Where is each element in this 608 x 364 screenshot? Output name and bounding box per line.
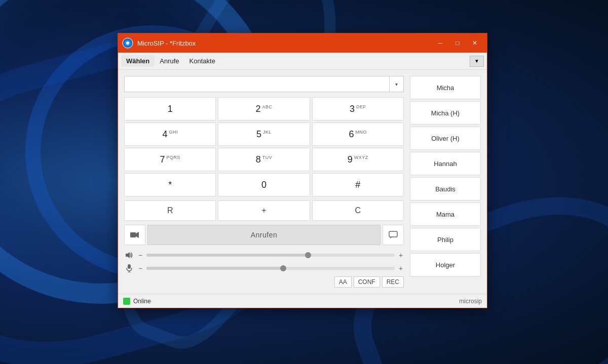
key-3[interactable]: 3DEF xyxy=(312,97,404,120)
chat-icon xyxy=(389,231,398,239)
volume-slider-fill xyxy=(146,254,308,257)
number-input[interactable] xyxy=(124,76,390,92)
mic-slider-thumb xyxy=(280,265,286,271)
key-main: 3 xyxy=(350,104,355,114)
tab-anrufe[interactable]: Anrufe xyxy=(155,55,184,67)
close-button[interactable]: ✕ xyxy=(467,36,483,50)
key-main: 1 xyxy=(168,104,173,114)
menubar: Wählen Anrufe Kontakte ▼ xyxy=(118,53,487,70)
titlebar: MicroSIP - *Fritzbox ─ □ ✕ xyxy=(118,33,487,53)
key-sub: DEF xyxy=(356,104,366,109)
svg-marker-7 xyxy=(126,252,130,258)
key-main: 0 xyxy=(261,180,267,190)
key-sub: MNO xyxy=(356,130,367,135)
keypad: 1 2ABC 3DEF 4GHI 5JKL 6MNO 7PQRS xyxy=(124,97,404,196)
svg-rect-3 xyxy=(130,232,136,237)
call-row: Anrufen xyxy=(124,225,404,245)
key-sub: JKL xyxy=(263,130,272,135)
plus-label: + xyxy=(261,206,266,215)
key-sub: GHI xyxy=(169,130,178,135)
key-6[interactable]: 6MNO xyxy=(312,123,404,146)
volume-slider-track[interactable] xyxy=(146,254,395,257)
contact-micha[interactable]: Micha xyxy=(410,76,481,99)
contact-oliver-h[interactable]: Oliver (H) xyxy=(410,127,481,150)
key-main: # xyxy=(355,180,360,190)
maximize-button[interactable]: □ xyxy=(449,36,466,50)
dialer-panel: ▾ 1 2ABC 3DEF 4GHI 5JKL xyxy=(124,76,404,288)
contacts-panel: Micha Micha (H) Oliver (H) Hannah Baudis… xyxy=(410,76,481,288)
app-icon xyxy=(122,37,133,49)
speaker-icon xyxy=(124,250,134,260)
online-indicator xyxy=(123,298,130,305)
video-icon xyxy=(130,231,139,238)
key-4[interactable]: 4GHI xyxy=(124,123,216,146)
tab-kontakte[interactable]: Kontakte xyxy=(184,55,220,67)
key-main: 5 xyxy=(256,129,261,140)
volume-plus[interactable]: + xyxy=(398,251,404,259)
number-dropdown-button[interactable]: ▾ xyxy=(390,76,404,92)
volume-slider-thumb xyxy=(305,252,311,258)
key-main: 2 xyxy=(255,104,260,114)
window-title: MicroSIP - *Fritzbox xyxy=(137,39,432,47)
key-plus[interactable]: + xyxy=(218,200,310,221)
key-c[interactable]: C xyxy=(312,200,404,221)
bottom-buttons: AA CONF REC xyxy=(124,276,404,288)
brand-label: microsip xyxy=(459,298,482,305)
rec-button[interactable]: REC xyxy=(382,276,404,288)
mic-slider-row: − + xyxy=(124,263,404,273)
contact-micha-h[interactable]: Micha (H) xyxy=(410,101,481,125)
svg-marker-4 xyxy=(136,232,139,238)
key-main: * xyxy=(168,180,172,190)
conf-button[interactable]: CONF xyxy=(354,276,380,288)
key-7[interactable]: 7PQRS xyxy=(124,148,216,171)
svg-rect-5 xyxy=(389,231,397,237)
number-input-row: ▾ xyxy=(124,76,404,92)
svg-point-2 xyxy=(126,42,129,45)
key-main: 6 xyxy=(349,129,354,140)
r-label: R xyxy=(167,206,173,215)
key-r[interactable]: R xyxy=(124,200,216,221)
tab-wahlen[interactable]: Wählen xyxy=(121,55,155,67)
action-row: R + C xyxy=(124,200,404,221)
contact-philip[interactable]: Philip xyxy=(410,228,481,251)
svg-rect-8 xyxy=(128,264,131,269)
key-5[interactable]: 5JKL xyxy=(218,123,310,146)
mic-plus[interactable]: + xyxy=(398,264,404,272)
aa-button[interactable]: AA xyxy=(334,276,352,288)
mic-slider-track[interactable] xyxy=(146,267,395,270)
minimize-button[interactable]: ─ xyxy=(432,36,448,50)
contact-baudis[interactable]: Baudis xyxy=(410,177,481,200)
key-0[interactable]: 0 xyxy=(218,173,310,196)
menubar-dropdown[interactable]: ▼ xyxy=(470,56,484,67)
chevron-down-icon: ▼ xyxy=(474,58,479,64)
key-main: 8 xyxy=(256,154,261,165)
key-2[interactable]: 2ABC xyxy=(218,97,310,120)
key-sub: ABC xyxy=(262,104,272,109)
mic-minus[interactable]: − xyxy=(137,264,143,272)
key-star[interactable]: * xyxy=(124,173,216,196)
window-controls: ─ □ ✕ xyxy=(432,36,483,50)
main-content: ▾ 1 2ABC 3DEF 4GHI 5JKL xyxy=(118,70,487,294)
key-1[interactable]: 1 xyxy=(124,97,216,120)
contact-hannah[interactable]: Hannah xyxy=(410,152,481,175)
mic-icon xyxy=(124,263,134,273)
call-button[interactable]: Anrufen xyxy=(147,225,381,245)
volume-slider-row: − + xyxy=(124,250,404,260)
status-label: Online xyxy=(133,298,151,305)
key-9[interactable]: 9WXYZ xyxy=(312,148,404,171)
key-8[interactable]: 8TUV xyxy=(218,148,310,171)
c-label: C xyxy=(355,206,361,215)
key-sub: TUV xyxy=(262,155,273,160)
video-call-button[interactable] xyxy=(124,225,145,245)
key-main: 4 xyxy=(162,129,167,140)
key-hash[interactable]: # xyxy=(312,173,404,196)
chevron-down-icon: ▾ xyxy=(395,82,398,87)
key-sub: PQRS xyxy=(166,155,180,160)
app-window: MicroSIP - *Fritzbox ─ □ ✕ Wählen Anrufe… xyxy=(118,33,487,308)
key-main: 7 xyxy=(160,154,165,165)
contact-mama[interactable]: Mama xyxy=(410,203,481,226)
contact-holger[interactable]: Holger xyxy=(410,253,481,276)
key-main: 9 xyxy=(348,154,353,165)
chat-button[interactable] xyxy=(383,225,404,245)
volume-minus[interactable]: − xyxy=(137,251,143,259)
